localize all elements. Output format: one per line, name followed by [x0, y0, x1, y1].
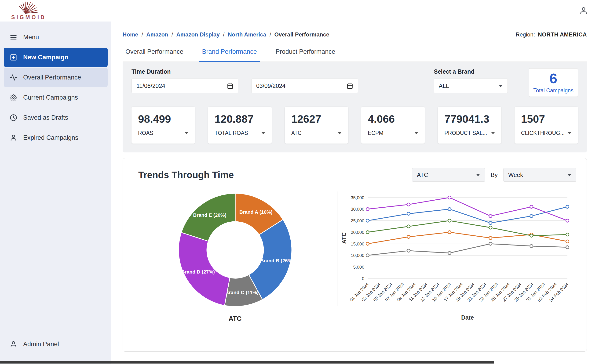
main-content: Home / Amazon / Amazon Display / North A… [111, 22, 599, 364]
kpi-value: 779041.3 [444, 113, 495, 125]
chevron-down-icon[interactable] [261, 132, 265, 134]
sidebar-item-overall-performance[interactable]: Overall Performance [4, 68, 108, 87]
chevron-down-icon [567, 174, 571, 176]
kpi-card-roas: 98.499 ROAS [132, 107, 195, 144]
kpi-label: ATC [291, 130, 302, 136]
sidebar-footer: Admin Panel [4, 335, 108, 355]
plus-square-icon [10, 54, 17, 61]
donut-chart[interactable]: Brand A (16%)Brand B (26%)Brand C (11%)B… [172, 188, 298, 314]
by-label: By [491, 171, 498, 179]
kpi-row: 98.499 ROAS 120.887 TOTAL ROAS 12627 ATC… [132, 107, 578, 144]
breadcrumb-separator: / [270, 31, 271, 38]
clock-icon [10, 114, 17, 121]
svg-text:20,000: 20,000 [351, 230, 364, 235]
sidebar-item-expired-campaigns[interactable]: Expired Campaigns [4, 128, 108, 147]
sidebar-item-label: Saved as Drafts [23, 114, 68, 121]
region-value: NORTH AMERICA [538, 31, 587, 38]
chevron-down-icon[interactable] [185, 132, 188, 134]
tab-overall-performance[interactable]: Overall Performance [123, 48, 186, 61]
user-account-button[interactable] [579, 7, 588, 15]
total-campaigns-value: 6 [549, 72, 557, 85]
tab-brand-performance[interactable]: Brand Performance [199, 48, 260, 62]
breadcrumb-link-amazon-display[interactable]: Amazon Display [176, 31, 220, 38]
kpi-label: ECPM [368, 130, 383, 136]
kpi-label: ROAS [138, 130, 153, 136]
svg-text:Date: Date [461, 314, 474, 321]
top-header: SIGMOID [0, 0, 599, 22]
person-icon [10, 134, 17, 141]
breadcrumb-link-home[interactable]: Home [123, 31, 138, 38]
breadcrumb-link-amazon[interactable]: Amazon [146, 31, 168, 38]
sidebar-item-label: Admin Panel [23, 341, 59, 348]
breadcrumb-separator: / [172, 31, 173, 38]
kpi-label: CLICKTHROUG... [521, 130, 565, 136]
svg-text:15,000: 15,000 [351, 242, 364, 246]
filter-panel: Time Duration 11/06/2024 03/09/2024 [123, 62, 587, 152]
sidebar-item-current-campaigns[interactable]: Current Campaigns [4, 88, 108, 107]
sidebar-item-saved-as-drafts[interactable]: Saved as Drafts [4, 108, 108, 127]
donut-caption: ATC [229, 315, 241, 322]
kpi-card-product-sales: 779041.3 PRODUCT SAL... [438, 107, 501, 144]
total-campaigns-card: 6 Total Campaigns [529, 68, 578, 97]
breadcrumb-separator: / [141, 31, 143, 38]
horizontal-scrollbar-thumb[interactable] [0, 361, 494, 364]
trends-card: Trends Through Time ATC By Week [123, 158, 587, 352]
svg-text:0: 0 [362, 276, 364, 281]
tab-product-performance[interactable]: Product Performance [273, 48, 338, 61]
logo-text: SIGMOID [11, 14, 46, 21]
sidebar-item-label: New Campaign [23, 54, 69, 61]
breadcrumb-separator: / [223, 31, 225, 38]
svg-text:10,000: 10,000 [351, 253, 364, 258]
metric-select-value: ATC [417, 172, 428, 178]
kpi-label: TOTAL ROAS [215, 130, 248, 136]
kpi-value: 4.066 [368, 113, 418, 125]
line-chart-block: 05,00010,00015,00020,00025,00030,00035,0… [337, 188, 576, 322]
breadcrumb-link-north-america[interactable]: North America [228, 31, 266, 38]
person-icon [10, 341, 17, 348]
performance-tabs: Overall Performance Brand Performance Pr… [123, 48, 587, 62]
svg-text:25,000: 25,000 [351, 218, 364, 223]
date-to-input[interactable]: 03/09/2024 [251, 78, 358, 93]
kpi-value: 98.499 [138, 113, 188, 125]
svg-text:30,000: 30,000 [351, 207, 364, 212]
kpi-label: PRODUCT SAL... [444, 130, 487, 136]
app-root: SIGMOID Menu New Campaign [0, 0, 599, 364]
time-duration-group: Time Duration 11/06/2024 03/09/2024 [132, 68, 358, 93]
kpi-value: 12627 [291, 113, 342, 125]
chevron-down-icon[interactable] [338, 132, 342, 134]
hamburger-icon [10, 34, 17, 41]
sidebar-item-label: Expired Campaigns [23, 134, 78, 141]
kpi-card-ecpm: 4.066 ECPM [361, 107, 425, 144]
interval-select-value: Week [508, 172, 523, 178]
sidebar-item-new-campaign[interactable]: New Campaign [4, 48, 108, 67]
gear-icon [10, 94, 17, 101]
svg-text:Brand D (27%): Brand D (27%) [181, 269, 215, 274]
total-campaigns-label: Total Campaigns [533, 87, 573, 94]
svg-text:5,000: 5,000 [353, 265, 364, 270]
chevron-down-icon[interactable] [414, 132, 418, 134]
sidebar-item-admin-panel[interactable]: Admin Panel [4, 335, 108, 354]
logo-fan-icon [18, 1, 39, 14]
sigmoid-logo[interactable]: SIGMOID [11, 1, 46, 21]
brand-select-label: Select a Brand [434, 68, 508, 75]
metric-select[interactable]: ATC [412, 168, 485, 182]
chevron-down-icon[interactable] [491, 132, 495, 134]
layout: Menu New Campaign Overall Performance [0, 22, 599, 364]
donut-chart-block: Brand A (16%)Brand B (26%)Brand C (11%)B… [133, 188, 337, 322]
sidebar-menu-toggle[interactable]: Menu [4, 28, 108, 47]
svg-text:Brand A (16%): Brand A (16%) [239, 209, 273, 215]
kpi-value: 1507 [521, 113, 571, 125]
date-from-input[interactable]: 11/06/2024 [132, 78, 238, 93]
chevron-down-icon [476, 174, 480, 176]
line-chart[interactable]: 05,00010,00015,00020,00025,00030,00035,0… [340, 191, 574, 322]
person-icon [579, 7, 588, 15]
date-from-value: 11/06/2024 [136, 83, 165, 89]
svg-text:35,000: 35,000 [351, 195, 364, 200]
chevron-down-icon [499, 85, 503, 87]
kpi-card-total-roas: 120.887 TOTAL ROAS [208, 107, 271, 144]
interval-select[interactable]: Week [503, 168, 576, 182]
brand-select[interactable]: ALL [434, 78, 508, 93]
chevron-down-icon[interactable] [568, 132, 571, 134]
breadcrumb-row: Home / Amazon / Amazon Display / North A… [123, 31, 587, 38]
sidebar-item-label: Menu [23, 34, 39, 41]
